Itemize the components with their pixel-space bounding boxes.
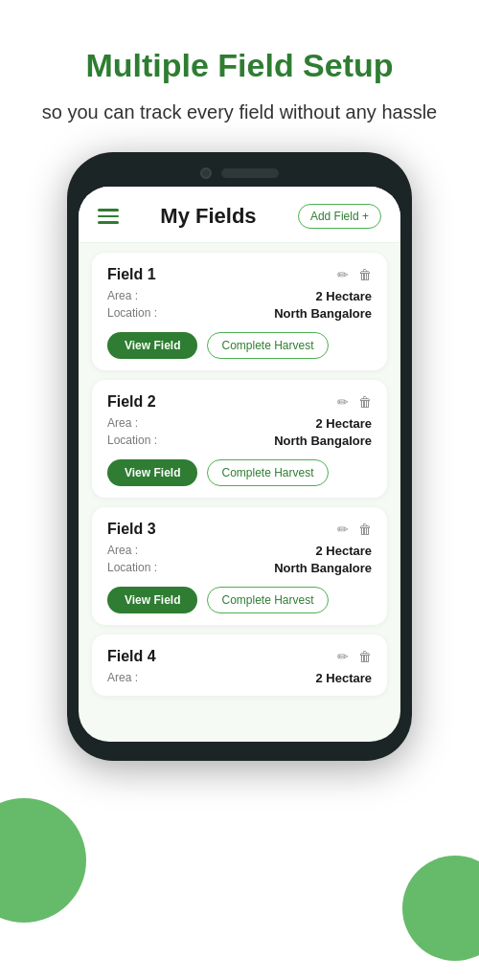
header-section: Multiple Field Setup so you can track ev… [0, 0, 479, 152]
field-1-delete-icon[interactable]: 🗑 [358, 267, 372, 282]
field-2-area-value: 2 Hectare [315, 416, 372, 431]
field-2-delete-icon[interactable]: 🗑 [358, 394, 372, 410]
field-3-actions: ✏ 🗑 [337, 522, 372, 537]
field-4-edit-icon[interactable]: ✏ [337, 649, 349, 664]
field-1-location-label: Location : [107, 306, 157, 321]
decorative-blob-right [402, 856, 479, 961]
page-main-title: Multiple Field Setup [29, 46, 450, 85]
field-3-delete-icon[interactable]: 🗑 [358, 522, 372, 537]
hamburger-menu-icon[interactable] [98, 209, 119, 224]
field-1-name: Field 1 [107, 266, 156, 283]
field-1-harvest-button[interactable]: Complete Harvest [207, 332, 328, 359]
field-4-actions: ✏ 🗑 [337, 649, 372, 664]
field-4-area-value: 2 Hectare [315, 671, 372, 685]
field-3-area-row: Area : 2 Hectare [107, 544, 372, 558]
add-field-button[interactable]: Add Field + [298, 204, 381, 229]
field-2-name: Field 2 [107, 393, 156, 411]
field-1-area-label: Area : [107, 289, 138, 303]
phone-shell: My Fields Add Field + Field 1 ✏ 🗑 Area [67, 152, 412, 761]
field-card-1: Field 1 ✏ 🗑 Area : 2 Hectare Location : … [92, 253, 387, 370]
hamburger-line-3 [98, 221, 119, 224]
field-1-location-row: Location : North Bangalore [107, 306, 372, 321]
camera-notch [200, 167, 212, 179]
field-card-3: Field 3 ✏ 🗑 Area : 2 Hectare Location : … [92, 507, 387, 625]
field-1-view-button[interactable]: View Field [107, 332, 197, 359]
phone-screen: My Fields Add Field + Field 1 ✏ 🗑 Area [79, 187, 400, 742]
field-3-view-button[interactable]: View Field [107, 587, 197, 613]
field-3-harvest-button[interactable]: Complete Harvest [207, 587, 328, 613]
field-2-location-label: Location : [107, 434, 157, 448]
field-3-location-row: Location : North Bangalore [107, 561, 372, 575]
field-card-2-header: Field 2 ✏ 🗑 [107, 393, 372, 411]
field-1-buttons: View Field Complete Harvest [107, 332, 372, 359]
field-3-location-label: Location : [107, 561, 157, 575]
field-3-location-value: North Bangalore [274, 561, 372, 575]
field-card-3-header: Field 3 ✏ 🗑 [107, 521, 372, 538]
field-1-area-value: 2 Hectare [315, 289, 372, 303]
app-header: My Fields Add Field + [79, 187, 400, 243]
field-2-actions: ✏ 🗑 [337, 394, 372, 410]
hamburger-line-1 [98, 209, 119, 212]
decorative-blob-left [0, 798, 86, 923]
field-2-buttons: View Field Complete Harvest [107, 459, 372, 486]
field-card-4: Field 4 ✏ 🗑 Area : 2 Hectare [92, 635, 387, 696]
field-2-edit-icon[interactable]: ✏ [337, 394, 349, 410]
field-1-edit-icon[interactable]: ✏ [337, 267, 349, 282]
field-3-area-value: 2 Hectare [315, 544, 372, 558]
field-card-4-header: Field 4 ✏ 🗑 [107, 648, 372, 665]
field-4-name: Field 4 [107, 648, 156, 665]
field-2-location-row: Location : North Bangalore [107, 434, 372, 448]
field-3-area-label: Area : [107, 544, 138, 558]
field-2-view-button[interactable]: View Field [107, 459, 197, 486]
field-2-area-label: Area : [107, 416, 138, 431]
hamburger-line-2 [98, 215, 119, 218]
field-1-actions: ✏ 🗑 [337, 267, 372, 282]
field-2-harvest-button[interactable]: Complete Harvest [207, 459, 328, 486]
field-4-area-row: Area : 2 Hectare [107, 671, 372, 685]
field-3-name: Field 3 [107, 521, 156, 538]
field-card-2: Field 2 ✏ 🗑 Area : 2 Hectare Location : … [92, 380, 387, 498]
field-1-location-value: North Bangalore [274, 306, 372, 321]
speaker-notch [221, 168, 279, 178]
field-4-delete-icon[interactable]: 🗑 [358, 649, 372, 664]
field-2-location-value: North Bangalore [274, 434, 372, 448]
phone-notch-area [79, 167, 400, 179]
field-3-buttons: View Field Complete Harvest [107, 587, 372, 613]
fields-list: Field 1 ✏ 🗑 Area : 2 Hectare Location : … [79, 243, 400, 705]
page-wrapper: Multiple Field Setup so you can track ev… [0, 0, 479, 980]
field-2-area-row: Area : 2 Hectare [107, 416, 372, 431]
field-4-area-label: Area : [107, 671, 138, 685]
field-3-edit-icon[interactable]: ✏ [337, 522, 349, 537]
field-card-1-header: Field 1 ✏ 🗑 [107, 266, 372, 283]
page-sub-title: so you can track every field without any… [29, 99, 450, 125]
field-1-area-row: Area : 2 Hectare [107, 289, 372, 303]
app-title: My Fields [160, 204, 256, 229]
